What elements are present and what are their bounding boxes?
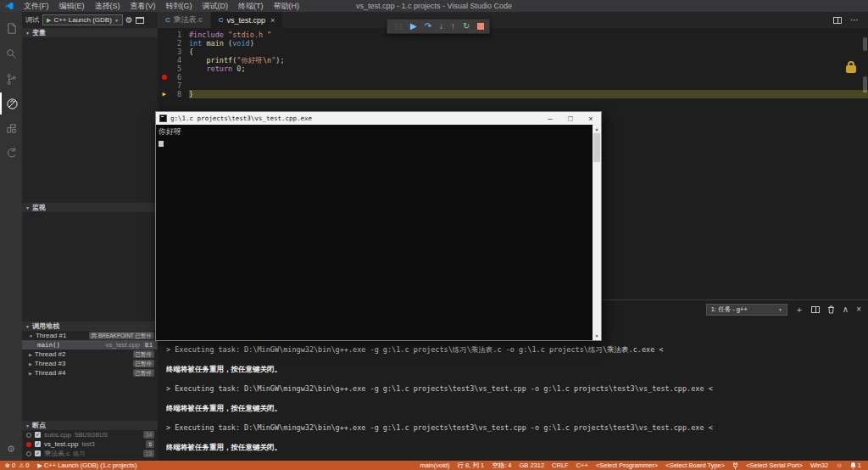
menu-selection[interactable]: 选择(S)	[90, 0, 125, 12]
line-number: 2	[170, 39, 181, 48]
breakpoint-gutter[interactable]	[158, 56, 170, 64]
breakpoint-row[interactable]: ✓ subs.cpp SBUSGBUS 34	[22, 430, 158, 439]
breakpoint-gutter[interactable]	[158, 39, 170, 48]
terminal-select[interactable]: 1: 任务 - g++ ▼	[706, 304, 787, 316]
breakpoint-dot-icon[interactable]	[162, 75, 167, 80]
maximize-panel-icon[interactable]: ∧	[843, 305, 849, 315]
breakpoint-gutter[interactable]	[158, 31, 170, 39]
close-panel-icon[interactable]: ×	[856, 305, 861, 315]
start-debug-icon[interactable]: ▶	[47, 17, 51, 24]
scroll-up-icon[interactable]: ▲	[593, 125, 601, 133]
tab-chengfabiao[interactable]: C 乘法表.c	[158, 12, 210, 28]
menu-debug[interactable]: 调试(D)	[198, 0, 234, 12]
indentation-status[interactable]: 空格: 4	[492, 462, 511, 470]
section-variables[interactable]: ▼ 变量	[22, 28, 158, 37]
configure-gear-icon[interactable]: ⚙	[125, 16, 133, 25]
step-into-button[interactable]: ↓	[439, 22, 443, 31]
split-editor-icon[interactable]	[833, 17, 842, 24]
cursor-position-status[interactable]: 行 8, 列 1	[457, 462, 484, 470]
console-window[interactable]: g:\1.c projects\test3\vs_test.cpp.exe – …	[155, 111, 602, 341]
thread-row[interactable]: ▶ Thread #3 已暂停	[22, 359, 158, 368]
debug-icon[interactable]	[0, 92, 22, 115]
terminal-output[interactable]: > Executing task: D:\MinGW\mingw32\bin\g…	[166, 345, 863, 462]
line-col-badge: 8:1	[143, 341, 154, 349]
scroll-thumb[interactable]	[593, 133, 600, 162]
restart-button[interactable]: ↻	[463, 22, 470, 31]
console-title: g:\1.c projects\test3\vs_test.cpp.exe	[170, 115, 312, 122]
scroll-down-icon[interactable]: ▼	[593, 332, 601, 340]
stack-frame-row[interactable]: main() vs_test.cpp 8:1	[22, 340, 158, 350]
thread-row[interactable]: ▼ Thread #1 因 BREAKPOINT 已暂停	[22, 331, 158, 340]
close-tab-icon[interactable]: ×	[270, 16, 275, 25]
search-icon[interactable]	[0, 42, 22, 64]
continue-button[interactable]: ▶	[410, 22, 417, 31]
paused-badge: 已暂停	[133, 350, 155, 358]
errors-status[interactable]: ⊗0	[5, 462, 15, 469]
split-terminal-icon[interactable]	[811, 306, 820, 313]
launch-config-dropdown[interactable]: ▶ C++ Launch (GDB) ▼	[42, 14, 123, 25]
menu-go[interactable]: 转到(G)	[161, 0, 198, 12]
breakpoint-gutter[interactable]	[158, 73, 170, 81]
plug-icon[interactable]	[732, 462, 738, 469]
step-over-button[interactable]: ↷	[425, 22, 431, 31]
explorer-icon[interactable]	[0, 17, 22, 39]
section-call-stack[interactable]: ▼ 调用堆栈	[22, 322, 158, 331]
settings-gear-icon[interactable]: ⚙	[0, 440, 22, 457]
feedback-smiley-icon[interactable]: ☺	[836, 462, 843, 469]
thread-row[interactable]: ▶ Thread #2 已暂停	[22, 350, 158, 359]
breakpoint-checkbox[interactable]: ✓	[35, 450, 41, 456]
kill-terminal-icon[interactable]	[827, 305, 835, 314]
console-scrollbar[interactable]: ▲ ▼	[593, 125, 601, 340]
eol-status[interactable]: CRLF	[552, 462, 569, 469]
breakpoint-disabled-icon	[26, 451, 31, 456]
select-board-type-status[interactable]: <Select Board Type>	[665, 462, 725, 469]
step-out-button[interactable]: ↑	[451, 22, 455, 31]
stop-button[interactable]	[477, 23, 484, 30]
breakpoint-checkbox[interactable]: ✓	[35, 441, 41, 447]
menu-file[interactable]: 文件(F)	[19, 0, 54, 12]
tab-vs-test[interactable]: C vs_test.cpp ×	[211, 12, 283, 28]
drag-handle-icon[interactable]: ⋮⋮	[392, 23, 403, 31]
breakpoint-gutter[interactable]	[158, 48, 170, 56]
thread-row[interactable]: ▶ Thread #4 已暂停	[22, 368, 158, 378]
chevron-down-icon: ▼	[114, 18, 119, 23]
status-bar: ⊗0 ⚠0 ▶C++ Launch (GDB) (1.c projects) m…	[0, 461, 868, 470]
breakpoint-row[interactable]: ✓ 乘法表.c 练习 13	[22, 449, 158, 458]
encoding-status[interactable]: GB 2312	[520, 462, 545, 469]
paused-badge: 已暂停	[133, 360, 155, 367]
more-actions-icon[interactable]: ⋯	[850, 15, 860, 25]
status-left: ⊗0 ⚠0 ▶C++ Launch (GDB) (1.c projects)	[0, 462, 137, 469]
menu-help[interactable]: 帮助(H)	[269, 0, 305, 12]
debug-console-icon[interactable]	[136, 17, 144, 24]
new-terminal-icon[interactable]: ＋	[795, 305, 804, 315]
warnings-status[interactable]: ⚠0	[19, 462, 29, 469]
platform-status[interactable]: Win32	[810, 462, 828, 469]
language-mode-status[interactable]: C++	[576, 462, 588, 469]
menu-view[interactable]: 查看(V)	[125, 0, 161, 12]
launch-status[interactable]: ▶C++ Launch (GDB) (1.c projects)	[38, 462, 137, 469]
code-editor[interactable]: 1 #include "stdio.h " 2 int main (void) …	[158, 28, 868, 98]
line-number: 3	[170, 48, 181, 56]
maximize-button[interactable]: □	[560, 112, 581, 125]
breakpoint-active-icon	[26, 442, 31, 447]
select-programmer-status[interactable]: <Select Programmer>	[596, 462, 658, 469]
breakpoint-checkbox[interactable]: ✓	[35, 432, 41, 438]
watch-body	[22, 212, 158, 322]
current-function-status[interactable]: main(void)	[420, 462, 449, 469]
section-breakpoints[interactable]: ▼ 断点	[22, 421, 158, 430]
select-serial-port-status[interactable]: <Select Serial Port>	[746, 462, 803, 469]
notifications-bell[interactable]: 1	[850, 462, 861, 469]
menu-edit[interactable]: 编辑(E)	[54, 0, 90, 12]
menu-terminal[interactable]: 终端(T)	[233, 0, 269, 12]
close-button[interactable]: ×	[581, 112, 601, 125]
extensions-icon[interactable]	[0, 117, 22, 139]
console-title-bar[interactable]: g:\1.c projects\test3\vs_test.cpp.exe – …	[156, 112, 601, 125]
breakpoint-gutter[interactable]: ▶	[158, 90, 170, 98]
breakpoint-gutter[interactable]	[158, 64, 170, 73]
custom-extension-icon[interactable]	[0, 142, 22, 164]
minimize-button[interactable]: –	[540, 112, 560, 125]
breakpoint-row[interactable]: ✓ vs_test.cpp test3 6	[22, 439, 158, 449]
source-control-icon[interactable]	[0, 68, 22, 90]
breakpoint-gutter[interactable]	[158, 81, 170, 90]
section-watch[interactable]: ▼ 监视	[22, 203, 158, 212]
